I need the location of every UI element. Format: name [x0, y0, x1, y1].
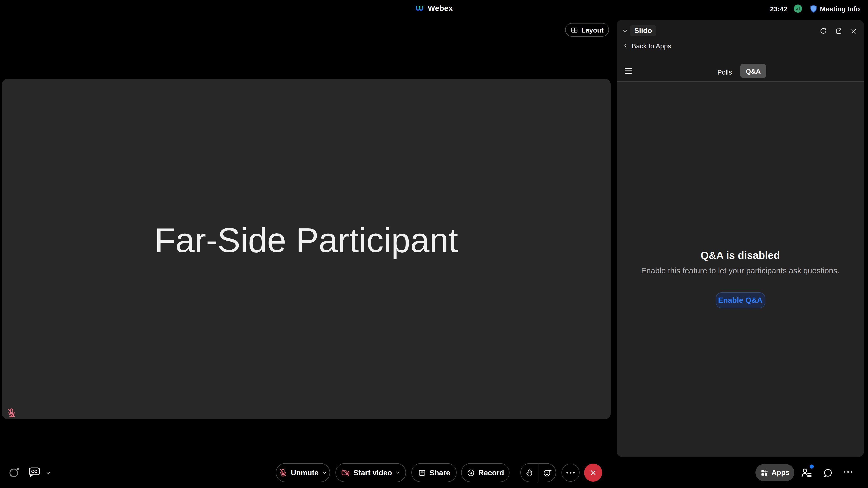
panel-actions [818, 26, 859, 36]
panel-collapse-button[interactable] [622, 29, 628, 34]
apps-button[interactable]: Apps [755, 464, 794, 481]
ellipsis-icon [566, 472, 575, 473]
close-icon [850, 27, 858, 35]
panel-popout-button[interactable] [834, 26, 844, 36]
webex-window: Webex 23:42 Meeting Info Far-Side Partic… [0, 0, 868, 488]
chevron-down-icon [322, 470, 327, 475]
closed-captions-icon: CC [29, 467, 41, 478]
captions-options-chevron-button[interactable] [45, 470, 52, 476]
back-to-apps-label: Back to Apps [631, 42, 671, 50]
more-options-button[interactable] [561, 464, 580, 482]
layout-button-label: Layout [581, 26, 603, 34]
close-x-icon [590, 469, 597, 476]
qa-disabled-subtext: Enable this feature to let your particip… [617, 266, 864, 275]
slido-menu-button[interactable] [625, 68, 632, 74]
share-label: Share [430, 468, 450, 477]
reactions-smiley-plus-icon [542, 468, 552, 477]
top-right-status: 23:42 Meeting Info [770, 0, 860, 17]
dock-more-options-button[interactable] [844, 471, 852, 473]
slido-panel-header: Slido [617, 24, 864, 40]
hamburger-menu-icon [625, 68, 632, 74]
webex-brand: Webex [0, 0, 868, 17]
slido-tab-bar: Polls Q&A [617, 62, 864, 82]
share-button[interactable]: Share [411, 463, 457, 482]
enable-qa-button[interactable]: Enable Q&A [716, 292, 765, 308]
call-controls: Unmute Start video Share [276, 463, 602, 482]
mic-off-icon [279, 468, 288, 477]
participants-icon [801, 467, 813, 478]
participant-name: Far-Side Participant [2, 221, 611, 259]
chat-bubble-icon [823, 468, 833, 478]
security-shield-icon [810, 5, 817, 12]
unmute-button[interactable]: Unmute [276, 463, 330, 482]
webex-logo-icon [415, 5, 424, 12]
record-label: Record [478, 468, 504, 477]
reactions-group [520, 463, 556, 482]
participants-button[interactable] [801, 465, 814, 480]
ellipsis-icon [844, 471, 852, 473]
chevron-left-icon [623, 42, 628, 49]
video-stage: Far-Side Participant [2, 78, 611, 419]
start-video-label: Start video [353, 468, 392, 477]
slido-qa-content: Q&A is disabled Enable this feature to l… [617, 82, 864, 457]
assistant-ring-icon [9, 468, 18, 477]
apps-icon [760, 469, 768, 477]
qa-disabled-heading: Q&A is disabled [617, 250, 864, 262]
brand-label: Webex [428, 4, 453, 13]
tab-qa[interactable]: Q&A [740, 64, 766, 78]
chevron-down-icon [45, 470, 52, 476]
panel-title: Slido [630, 25, 656, 36]
reactions-button[interactable] [538, 464, 556, 482]
record-button[interactable]: Record [461, 463, 509, 482]
camera-off-icon [341, 468, 350, 477]
panel-refresh-button[interactable] [818, 26, 828, 36]
top-bar: Webex 23:42 Meeting Info [0, 0, 868, 17]
participants-notification-dot [810, 464, 814, 468]
raise-hand-icon [525, 468, 534, 477]
back-to-apps-button[interactable]: Back to Apps [623, 41, 671, 51]
participant-muted-icon [6, 408, 17, 418]
closed-captions-button[interactable]: CC [29, 467, 41, 478]
record-icon [467, 468, 475, 477]
signal-bars-icon [795, 6, 800, 11]
chat-button[interactable] [823, 468, 833, 478]
meeting-elapsed-time: 23:42 [770, 5, 787, 12]
panel-close-button[interactable] [849, 26, 859, 36]
meeting-info-button[interactable]: Meeting Info [820, 5, 860, 12]
svg-text:CC: CC [31, 469, 37, 474]
webex-assistant-button[interactable] [9, 468, 19, 477]
chevron-down-icon [395, 470, 401, 475]
chevron-down-icon [622, 29, 628, 34]
share-screen-icon [418, 468, 426, 477]
open-in-new-window-icon [835, 27, 843, 35]
slido-panel: Slido [617, 20, 864, 457]
raise-hand-button[interactable] [521, 464, 538, 482]
layout-button[interactable]: Layout [565, 23, 609, 37]
layout-grid-icon [570, 26, 578, 34]
connection-quality-icon [794, 4, 802, 13]
refresh-icon [819, 27, 827, 35]
tab-polls[interactable]: Polls [710, 65, 739, 79]
start-video-button[interactable]: Start video [336, 463, 406, 482]
unmute-label: Unmute [291, 468, 319, 477]
apps-label: Apps [772, 468, 789, 477]
assistant-dot-icon [17, 468, 19, 470]
leave-meeting-button[interactable] [584, 464, 602, 482]
